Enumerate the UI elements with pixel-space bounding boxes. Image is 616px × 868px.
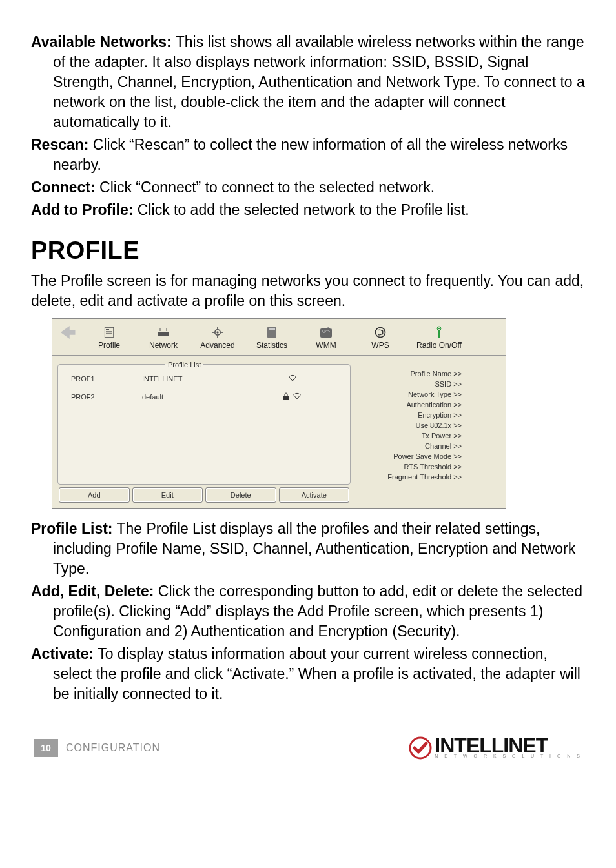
activate-button[interactable]: Activate [279,487,350,503]
profile-app-window: Profile Network Advanced Statistics [52,318,506,509]
brand-tagline: N E T W O R K S O L U T I O N S [435,754,582,758]
svg-point-19 [438,327,440,328]
profile-list-legend: Profile List [165,361,203,368]
svg-rect-2 [106,331,112,332]
definition-add-to-profile: Add to Profile: Click to add the selecte… [31,200,585,220]
info-encryption: Encryption >> [354,410,500,420]
wps-icon [353,325,407,339]
section-intro: The Profile screen is for managing netwo… [31,271,585,311]
info-ssid: SSID >> [354,379,500,389]
nav-statistics[interactable]: Statistics [245,324,299,352]
profile-list-panel: Profile List PROF1 INTELLINET PROF2 defa… [57,361,351,485]
svg-text:QoS: QoS [322,329,330,333]
svg-point-17 [376,327,385,337]
info-channel: Channel >> [354,441,500,451]
svg-rect-4 [158,332,169,336]
profile-buttons: Add Edit Delete Activate [57,487,351,503]
brand-check-icon [409,736,432,760]
add-button[interactable]: Add [59,487,130,503]
gear-icon [190,325,245,339]
nav-radio[interactable]: Radio On/Off [407,324,471,352]
footer-section-label: CONFIGURATION [66,742,160,754]
delete-button[interactable]: Delete [205,487,276,503]
nav-advanced[interactable]: Advanced [190,324,245,352]
brand-logo: INTELLINET N E T W O R K S O L U T I O N… [409,736,582,760]
signal-icon [239,372,346,385]
nav-profile[interactable]: Profile [82,324,136,352]
info-use-8021x: Use 802.1x >> [354,420,500,430]
definition-activate: Activate: To display status information … [31,644,585,704]
lock-icon [283,392,289,401]
profile-row[interactable]: PROF1 INTELLINET [62,368,346,387]
profile-details: Profile Name >> SSID >> Network Type >> … [354,361,500,503]
definition-available-networks: Available Networks: This list shows all … [31,32,585,132]
info-authentication: Authentication >> [354,399,500,410]
svg-point-8 [216,331,218,333]
toolbar: Profile Network Advanced Statistics [52,319,506,356]
info-rts-threshold: RTS Threshold >> [354,461,500,472]
info-network-type: Network Type >> [354,389,500,399]
section-heading: PROFILE [31,237,585,265]
edit-button[interactable]: Edit [132,487,203,503]
info-profile-name: Profile Name >> [354,368,500,379]
svg-rect-3 [106,332,112,333]
statistics-icon [245,325,299,339]
info-tx-power: Tx Power >> [354,430,500,441]
nav-wmm[interactable]: QoS WMM [299,324,353,352]
svg-rect-1 [106,329,109,330]
back-arrow-icon[interactable] [57,323,77,342]
definition-rescan: Rescan: Click “Rescan” to collect the ne… [31,135,585,175]
nav-network[interactable]: Network [136,324,190,352]
antenna-icon [407,325,471,339]
svg-rect-20 [438,330,440,338]
definition-profile-list: Profile List: The Profile List displays … [31,519,585,579]
info-power-save: Power Save Mode >> [354,451,500,461]
signal-icon [292,390,302,401]
definition-add-edit-delete: Add, Edit, Delete: Click the correspondi… [31,581,585,641]
page-footer: 10 CONFIGURATION INTELLINET N E T W O R … [31,736,585,760]
profile-icon [82,325,136,339]
profile-row[interactable]: PROF2 default [62,387,346,405]
definition-connect: Connect: Click “Connect” to connect to t… [31,177,585,197]
svg-rect-21 [283,396,289,400]
network-icon [136,325,190,339]
nav-wps[interactable]: WPS [353,324,407,352]
svg-rect-0 [105,327,113,337]
page-number: 10 [34,739,58,757]
brand-name: INTELLINET [435,738,582,754]
wmm-icon: QoS [299,325,353,339]
svg-rect-14 [269,328,275,330]
info-fragment-threshold: Fragment Threshold >> [354,472,500,482]
